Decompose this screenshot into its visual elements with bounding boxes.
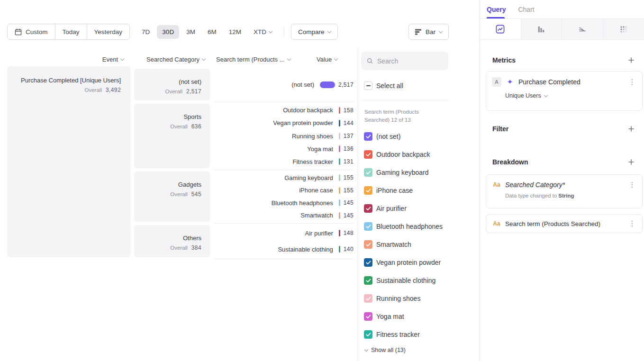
tab-chart[interactable]: Chart	[518, 6, 534, 13]
term-row[interactable]: (not set) 2,517	[213, 69, 354, 100]
category-name: (not set)	[134, 78, 201, 85]
checked-checkbox[interactable]	[364, 294, 372, 303]
term-label: Gaming keyboard	[213, 174, 339, 181]
filter-item[interactable]: Gaming keyboard	[364, 163, 443, 181]
filter-item[interactable]: Sustainable clothing	[364, 271, 443, 289]
filter-item-label: Bluetooth headphones	[376, 223, 443, 230]
filter-item[interactable]: Smartwatch	[364, 235, 443, 253]
add-metric-button[interactable]	[626, 55, 636, 65]
today-button[interactable]: Today	[55, 24, 87, 39]
column-header-search-term[interactable]: Search term (Products ...	[216, 55, 290, 63]
breakdown-property-name[interactable]: Search term (Products Searched)	[505, 220, 600, 227]
term-row[interactable]: Sustainable clothing 140	[213, 241, 354, 257]
filter-item[interactable]: Air purifier	[364, 199, 443, 217]
add-filter-button[interactable]	[626, 124, 636, 134]
filter-item-label: Gaming keyboard	[376, 169, 429, 176]
filter-item[interactable]: Vegan protein powder	[364, 253, 443, 271]
term-row[interactable]: Running shoes 137	[213, 129, 354, 142]
kebab-menu-icon[interactable]: ⋮	[628, 78, 636, 86]
header-label: Searched Category	[146, 56, 200, 63]
checked-checkbox[interactable]	[364, 258, 372, 267]
kebab-menu-icon[interactable]: ⋮	[628, 180, 636, 189]
term-row[interactable]: Gaming keyboard 155	[213, 171, 354, 184]
term-row[interactable]: Vegan protein powder 144	[213, 117, 354, 129]
category-name: Others	[134, 235, 201, 242]
active-tab-underline	[487, 17, 505, 18]
range-3m-button[interactable]: 3M	[181, 25, 200, 39]
toolbar-divider	[284, 27, 284, 36]
measure-dropdown[interactable]: Unique Users	[505, 92, 636, 99]
show-all-link[interactable]: Show all (13)	[365, 347, 406, 353]
metric-event-name[interactable]: Purchase Completed	[518, 78, 581, 86]
tab-query[interactable]: Query	[487, 6, 506, 13]
string-type-icon: Aa	[492, 220, 501, 227]
range-xtd-button[interactable]: XTD	[248, 25, 277, 39]
filter-item-label: Air purifier	[376, 205, 407, 212]
column-header-searched-category[interactable]: Searched Category	[134, 55, 205, 63]
filter-item[interactable]: Outdoor backpack	[364, 145, 443, 163]
funnel-bars-icon	[537, 25, 545, 34]
filter-item[interactable]: Bluetooth headphones	[364, 217, 443, 235]
filter-item-label: Fitness tracker	[376, 331, 420, 338]
event-sparkle-icon: ✦	[505, 78, 515, 86]
value-bar	[339, 230, 340, 236]
filter-item-label: Vegan protein powder	[376, 259, 441, 266]
chevron-down-icon	[544, 93, 547, 97]
checked-checkbox[interactable]	[364, 132, 372, 141]
select-all-row[interactable]: Select all	[364, 81, 403, 90]
range-6m-button[interactable]: 6M	[202, 25, 222, 39]
term-row[interactable]: Bluetooth headphones 145	[213, 197, 354, 209]
tab-retention[interactable]	[603, 19, 644, 39]
term-row[interactable]: iPhone case 155	[213, 184, 354, 197]
note-value: String	[558, 193, 574, 199]
term-label: Outdoor backpack	[213, 107, 339, 114]
filter-item[interactable]: (not set)	[364, 127, 443, 145]
checked-checkbox[interactable]	[364, 276, 372, 285]
search-input[interactable]	[377, 57, 443, 65]
category-cell[interactable]: (not set) Overall2,517	[134, 69, 210, 100]
term-label: Smartwatch	[213, 212, 339, 219]
filter-item[interactable]: Running shoes	[364, 289, 443, 307]
string-type-icon: Aa	[492, 181, 501, 188]
chart-type-select[interactable]: Bar	[408, 24, 449, 40]
add-breakdown-button[interactable]	[626, 157, 636, 167]
filter-item[interactable]: Yoga mat	[364, 307, 443, 325]
tab-insights[interactable]	[480, 19, 521, 39]
yesterday-button[interactable]: Yesterday	[87, 24, 130, 39]
range-30d-button[interactable]: 30D	[157, 25, 179, 39]
category-cell[interactable]: Gadgets Overall545	[134, 171, 210, 222]
column-header-event[interactable]: Event	[7, 55, 124, 63]
category-cell[interactable]: Sports Overall636	[134, 104, 210, 168]
checked-checkbox[interactable]	[364, 186, 372, 195]
select-all-checkbox[interactable]	[364, 81, 372, 90]
range-7d-button[interactable]: 7D	[136, 25, 155, 39]
checked-checkbox[interactable]	[364, 312, 372, 321]
checked-checkbox[interactable]	[364, 330, 372, 339]
custom-date-button[interactable]: Custom	[8, 24, 55, 39]
tab-funnels[interactable]	[521, 19, 562, 39]
plus-icon	[628, 126, 635, 132]
checked-checkbox[interactable]	[364, 168, 372, 177]
term-row[interactable]: Yoga mat 136	[213, 143, 354, 155]
kebab-menu-icon[interactable]: ⋮	[628, 219, 636, 228]
range-12m-button[interactable]: 12M	[224, 25, 246, 39]
breakdown-property-name[interactable]: Searched Category*	[505, 181, 565, 189]
checked-checkbox[interactable]	[364, 150, 372, 159]
tab-flows[interactable]	[562, 19, 603, 39]
checked-checkbox[interactable]	[364, 240, 372, 249]
filter-item[interactable]: Fitness tracker	[364, 325, 443, 343]
column-header-value[interactable]: Value	[317, 55, 337, 63]
compare-button[interactable]: Compare	[291, 24, 338, 40]
chevron-down-icon	[439, 29, 443, 33]
overall-value: 3,492	[106, 87, 121, 93]
checked-checkbox[interactable]	[364, 222, 372, 231]
term-label: iPhone case	[213, 187, 339, 194]
checked-checkbox[interactable]	[364, 204, 372, 213]
term-row[interactable]: Fitness tracker 131	[213, 155, 354, 168]
overall-label: Overall	[165, 89, 182, 94]
filter-item[interactable]: iPhone case	[364, 181, 443, 199]
term-row[interactable]: Smartwatch 145	[213, 209, 354, 222]
term-row[interactable]: Air purifier 148	[213, 225, 354, 241]
term-row[interactable]: Outdoor backpack 158	[213, 104, 354, 117]
category-cell[interactable]: Others Overall384	[134, 225, 210, 257]
